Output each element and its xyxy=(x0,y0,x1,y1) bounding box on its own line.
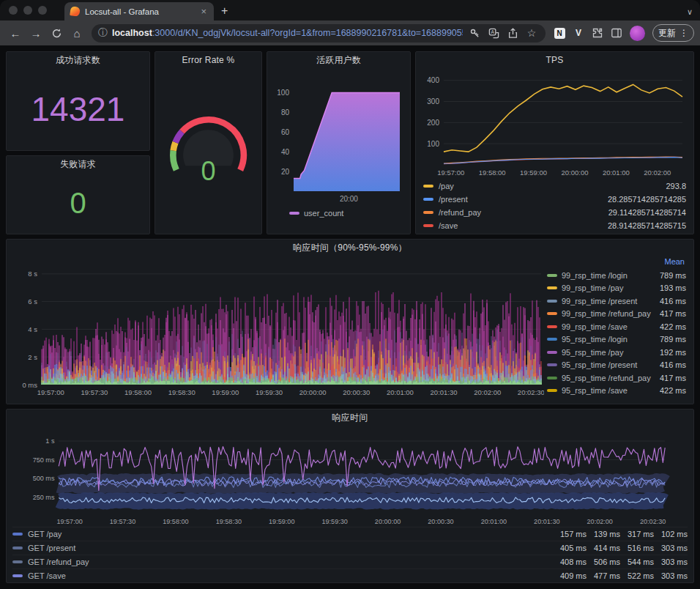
series-name[interactable]: 95_rsp_time /present xyxy=(562,360,637,369)
series-name[interactable]: 95_rsp_time /save xyxy=(562,386,628,395)
percentiles-legend: Mean 99_rsp_time /login789 ms99_rsp_time… xyxy=(544,256,686,404)
legend-item[interactable]: 95_rsp_time /save422 ms xyxy=(547,385,686,398)
browser-tab[interactable]: Locsut-all - Grafana × xyxy=(64,2,214,21)
share-icon[interactable] xyxy=(505,28,520,39)
legend-item[interactable]: /present28.285714285714285 xyxy=(422,193,688,206)
series-name[interactable]: user_count xyxy=(304,209,343,218)
panel-title[interactable]: Error Rate % xyxy=(155,52,261,68)
panel-success-requests: 成功请求数 14321 xyxy=(6,51,150,151)
svg-text:20:02:00: 20:02:00 xyxy=(587,518,613,525)
panel-title[interactable]: 失败请求 xyxy=(7,156,149,172)
window-zoom-button[interactable] xyxy=(38,6,47,15)
vue-devtools-extension-icon[interactable]: V xyxy=(570,24,587,42)
legend-item[interactable]: 99_rsp_time /login789 ms xyxy=(547,269,686,282)
failed-count-value: 0 xyxy=(7,172,149,234)
svg-text:19:58:00: 19:58:00 xyxy=(124,388,152,396)
new-tab-button[interactable]: + xyxy=(221,4,228,18)
series-color-swatch xyxy=(547,325,557,328)
side-panel-icon[interactable] xyxy=(608,24,625,42)
notion-extension-icon[interactable]: N xyxy=(551,24,568,42)
legend-item[interactable]: 99_rsp_time /present416 ms xyxy=(547,294,686,308)
legend-item[interactable]: GET /pay157 ms139 ms317 ms102 ms xyxy=(12,527,688,541)
series-name[interactable]: GET /refund_pay xyxy=(28,557,89,566)
response-time-chart[interactable]: 250 ms500 ms750 ms1 s19:57:0019:57:3019:… xyxy=(12,426,685,527)
legend-item[interactable]: /save28.914285714285715 xyxy=(422,219,688,232)
series-name[interactable]: 99_rsp_time /present xyxy=(562,297,637,305)
password-key-icon[interactable] xyxy=(467,28,482,39)
response-time-percentiles-chart[interactable]: 0 ms2 s4 s6 s8 s19:57:0019:57:3019:58:00… xyxy=(12,256,544,399)
legend-item[interactable]: GET /save409 ms477 ms522 ms303 ms xyxy=(12,568,688,582)
series-name[interactable]: GET /save xyxy=(28,571,66,580)
bookmark-star-icon[interactable]: ☆ xyxy=(524,27,539,39)
panel-active-users: 活跃用户数 2040608010020:00 user_count xyxy=(267,51,411,234)
response-time-legend-table: GET /pay157 ms139 ms317 ms102 msGET /pre… xyxy=(12,527,688,582)
legend-item[interactable]: 95_rsp_time /refund_pay417 ms xyxy=(547,371,686,385)
series-color-swatch xyxy=(547,377,557,379)
tab-close-icon[interactable]: × xyxy=(199,7,208,16)
panel-title[interactable]: 活跃用户数 xyxy=(267,52,410,68)
tps-chart[interactable]: 10020030040019:57:0019:58:0019:59:0020:0… xyxy=(422,68,687,179)
url-host: localhost xyxy=(112,28,152,38)
panel-title[interactable]: TPS xyxy=(416,52,693,68)
legend-item[interactable]: GET /refund_pay408 ms506 ms544 ms303 ms xyxy=(12,555,688,568)
legend-item[interactable]: 99_rsp_time /pay193 ms xyxy=(547,282,686,295)
error-rate-gauge[interactable]: 0 xyxy=(161,98,256,204)
legend-item[interactable]: GET /present405 ms414 ms516 ms303 ms xyxy=(12,541,688,555)
series-value: 422 ms xyxy=(660,386,686,395)
series-color-swatch xyxy=(12,560,23,563)
info-icon[interactable]: ⓘ xyxy=(98,26,108,40)
series-name[interactable]: /save xyxy=(439,221,458,230)
active-users-chart[interactable]: 2040608010020:00 xyxy=(273,68,404,206)
browser-menu-icon[interactable]: ⋮ xyxy=(679,28,688,38)
svg-text:19:57:00: 19:57:00 xyxy=(37,388,64,396)
series-value: 416 ms xyxy=(660,360,686,369)
series-value: 193 ms xyxy=(660,284,686,292)
chrome-update-button[interactable]: 更新 ⋮ xyxy=(652,24,694,42)
series-name[interactable]: /refund_pay xyxy=(439,208,481,217)
window-minimize-button[interactable] xyxy=(23,6,32,15)
svg-text:100: 100 xyxy=(427,140,439,148)
svg-text:19:59:30: 19:59:30 xyxy=(256,388,283,396)
series-name[interactable]: 99_rsp_time /save xyxy=(562,322,628,331)
series-color-swatch xyxy=(423,198,433,201)
svg-text:0: 0 xyxy=(201,156,215,186)
legend-item[interactable]: 99_rsp_time /refund_pay417 ms xyxy=(547,308,686,321)
series-name[interactable]: /present xyxy=(439,195,468,204)
legend-item[interactable]: 95_rsp_time /pay192 ms xyxy=(547,346,686,359)
legend-item[interactable]: 95_rsp_time /present416 ms xyxy=(547,359,686,372)
panel-title[interactable]: 响应时间（90%-95%-99%） xyxy=(7,240,693,256)
extensions-puzzle-icon[interactable] xyxy=(589,24,606,42)
svg-text:400: 400 xyxy=(427,76,439,84)
series-name[interactable]: /pay xyxy=(439,182,454,190)
window-close-button[interactable] xyxy=(9,6,18,15)
home-button[interactable]: ⌂ xyxy=(67,23,86,42)
series-name[interactable]: 95_rsp_time /pay xyxy=(562,348,623,357)
back-button[interactable]: ← xyxy=(6,23,25,42)
legend-item[interactable]: user_count xyxy=(273,206,404,221)
legend-item[interactable]: 95_rsp_time /login789 ms xyxy=(547,333,686,347)
series-name[interactable]: GET /pay xyxy=(28,530,62,538)
legend-mean-header[interactable]: Mean xyxy=(547,257,686,269)
svg-text:20: 20 xyxy=(281,168,290,176)
series-name[interactable]: GET /present xyxy=(28,544,75,552)
panel-title[interactable]: 成功请求数 xyxy=(7,52,149,68)
profile-avatar[interactable] xyxy=(630,26,645,41)
series-name[interactable]: 95_rsp_time /login xyxy=(562,335,628,344)
series-name[interactable]: 95_rsp_time /refund_pay xyxy=(562,374,651,382)
url-text[interactable]: localhost:3000/d/KN_odgjVk/locsut-all?or… xyxy=(112,28,463,38)
legend-item[interactable]: /refund_pay29.114285714285714 xyxy=(422,206,688,219)
legend-item[interactable]: /pay293.8 xyxy=(422,179,688,193)
reload-button[interactable] xyxy=(47,23,66,42)
series-name[interactable]: 99_rsp_time /refund_pay xyxy=(562,309,651,318)
series-value: 506 ms xyxy=(587,557,620,566)
url-bar[interactable]: ⓘ localhost:3000/d/KN_odgjVk/locsut-all?… xyxy=(92,24,546,42)
series-name[interactable]: 99_rsp_time /pay xyxy=(562,284,623,292)
legend-item[interactable]: 99_rsp_time /save422 ms xyxy=(547,320,686,333)
series-name[interactable]: 99_rsp_time /login xyxy=(562,271,628,280)
panel-title[interactable]: 响应时间 xyxy=(7,410,693,426)
tab-search-chevron-icon[interactable]: ∨ xyxy=(687,7,693,17)
panel-failed-requests: 失败请求 0 xyxy=(6,155,150,234)
svg-text:20:00:00: 20:00:00 xyxy=(561,168,588,177)
forward-button[interactable]: → xyxy=(26,23,45,42)
translate-icon[interactable]: A xyxy=(486,28,501,39)
